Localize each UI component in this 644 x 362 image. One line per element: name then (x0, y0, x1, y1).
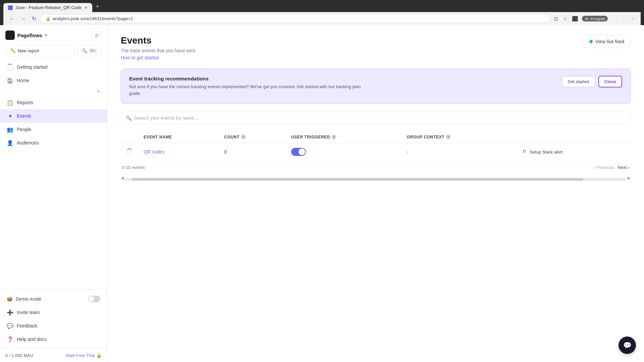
events-table: EVENT NAME COUNT ? USER TRIGGERED ? (121, 131, 631, 161)
close-window-button[interactable]: ✕ (629, 15, 637, 22)
page-title: Events (121, 35, 195, 46)
sidebar-item-label: Feedback (17, 323, 37, 328)
sidebar-item-help[interactable]: ❓ Help and docs (0, 333, 107, 346)
chat-icon: 💬 (623, 341, 632, 349)
sidebar-toggle-button[interactable]: ◫ (92, 31, 102, 39)
brand-name: Pageflows (17, 33, 42, 38)
forward-button[interactable]: → (19, 15, 28, 22)
demo-icon: 📦 (7, 296, 12, 302)
live-feed-label: View live feed (595, 39, 624, 44)
sidebar-item-getting-started[interactable]: Getting started (0, 60, 107, 74)
page-subtitle: The track events that you have sent (121, 48, 195, 53)
reports-icon: 📋 (7, 99, 13, 106)
chat-support-button[interactable]: 💬 (619, 337, 636, 354)
svg-rect-1 (523, 152, 524, 153)
active-tab[interactable]: June - Feature Release_QR Code ✕ (3, 3, 92, 12)
reload-button[interactable]: ↻ (30, 15, 38, 22)
cast-button[interactable]: ⊡ (553, 15, 559, 23)
sidebar-item-label: Getting started (17, 64, 48, 70)
people-icon: 👥 (7, 126, 13, 133)
events-icon: ✦ (7, 113, 13, 119)
address-bar[interactable]: 🔒 analytics.june.so/a/14631/events?page=… (41, 14, 550, 23)
th-user-triggered: USER TRIGGERED ? (286, 131, 401, 143)
incognito-label: Incognito (590, 17, 605, 21)
th-actions (514, 131, 631, 143)
sidebar-item-label: Help and docs (17, 337, 47, 342)
minimize-button[interactable]: ─ (614, 15, 621, 22)
search-icon: 🔍 (82, 48, 87, 53)
horizontal-scrollbar[interactable]: ◀ ▶ (121, 175, 631, 181)
event-name-link[interactable]: QR codes (144, 149, 164, 155)
sidebar-item-invite-team[interactable]: ➕ Invite team (0, 306, 107, 319)
pagination-count: 0-20 events (122, 165, 145, 170)
new-report-label: New report (18, 48, 39, 53)
mau-text: 0 / 1,000 MAU (5, 353, 33, 358)
next-page-button[interactable]: Next › (618, 165, 629, 170)
maximize-button[interactable]: □ (622, 15, 628, 22)
new-report-icon: ✏️ (10, 48, 16, 53)
recommendation-banner: Event tracking recommendations Not sure … (121, 69, 631, 104)
th-checkbox (121, 131, 138, 143)
demo-mode-toggle[interactable] (88, 296, 100, 302)
live-dot-icon (589, 40, 593, 43)
feedback-icon: 💬 (7, 322, 13, 329)
brand-chevron-icon: ▾ (45, 33, 47, 38)
th-count: COUNT ? (219, 131, 285, 143)
user-triggered-toggle[interactable] (291, 148, 306, 156)
page-header: Events The track events that you have se… (121, 35, 631, 61)
table-row: QR codes 0 - (121, 143, 631, 161)
sidebar-item-label: Events (17, 113, 31, 119)
scroll-right-arrow[interactable]: ▶ (628, 176, 631, 180)
svg-rect-0 (523, 150, 524, 151)
banner-close-button[interactable]: Close (598, 76, 622, 87)
row-user-triggered (286, 143, 401, 161)
extensions-button[interactable]: ⬛ (571, 15, 579, 23)
incognito-icon: 🕵️ (584, 16, 589, 21)
scroll-left-arrow[interactable]: ◀ (121, 176, 124, 180)
sidebar: Pageflows ▾ ◫ ✏️ New report 🔍 ⌘K Getting… (0, 25, 107, 362)
brand-icon (5, 31, 15, 40)
back-button[interactable]: ← (7, 15, 16, 22)
sidebar-actions: ✏️ New report 🔍 ⌘K (0, 43, 107, 59)
sidebar-item-feedback[interactable]: 💬 Feedback (0, 319, 107, 333)
group-context-info-icon: ? (446, 134, 451, 139)
th-event-name: EVENT NAME (138, 131, 219, 143)
window-controls: ─ □ ✕ (614, 15, 637, 22)
close-tab-button[interactable]: ✕ (84, 5, 88, 10)
sidebar-item-label: Invite team (17, 310, 40, 315)
slack-icon (522, 149, 528, 155)
sidebar-nav: Getting started 🏠 Home + 📋 Reports ✦ Eve… (0, 59, 107, 289)
start-trial-button[interactable]: Start Free Trial 🔒 (66, 353, 102, 358)
bookmark-button[interactable]: ☆ (562, 15, 568, 23)
sidebar-item-home[interactable]: 🏠 Home (0, 74, 107, 87)
browser-chrome: June - Feature Release_QR Code ✕ + ← → ↻… (0, 0, 644, 25)
new-report-button[interactable]: ✏️ New report (5, 45, 75, 56)
sidebar-item-events[interactable]: ✦ Events (0, 109, 107, 123)
sidebar-bottom: 📦 Demo mode ➕ Invite team 💬 Feedback ❓ H… (0, 289, 107, 349)
events-search-bar[interactable]: 🔍 Search your events by name... (121, 112, 631, 124)
view-live-feed-button[interactable]: View live feed (583, 35, 631, 48)
banner-actions: Get started Close (562, 76, 622, 87)
setup-slack-button[interactable]: Setup Slack alert (520, 148, 565, 156)
new-tab-button[interactable]: + (93, 2, 102, 11)
sidebar-item-reports[interactable]: 📋 Reports (0, 96, 107, 109)
banner-get-started-button[interactable]: Get started (562, 76, 595, 87)
banner-title: Event tracking recommendations (129, 76, 364, 81)
sidebar-item-audiences[interactable]: 👤 Audiences (0, 136, 107, 149)
help-icon: ❓ (7, 336, 13, 343)
row-event-name: QR codes (138, 143, 219, 161)
toggle-thumb (89, 296, 94, 302)
brand-logo[interactable]: Pageflows ▾ (5, 31, 47, 40)
row-count: 0 (219, 143, 285, 161)
setup-slack-label: Setup Slack alert (530, 149, 562, 155)
sidebar-item-label: Home (17, 78, 29, 83)
search-button[interactable]: 🔍 ⌘K (77, 45, 102, 56)
previous-page-button[interactable]: ‹ Previous (595, 165, 614, 170)
audiences-icon: 👤 (7, 139, 13, 146)
count-info-icon: ? (241, 134, 246, 139)
scrollbar-track[interactable] (125, 178, 626, 181)
how-to-link[interactable]: How to get started (121, 55, 159, 60)
add-section-button[interactable]: + (97, 88, 100, 95)
sidebar-item-people[interactable]: 👥 People (0, 123, 107, 136)
user-triggered-info-icon: ? (331, 134, 336, 139)
